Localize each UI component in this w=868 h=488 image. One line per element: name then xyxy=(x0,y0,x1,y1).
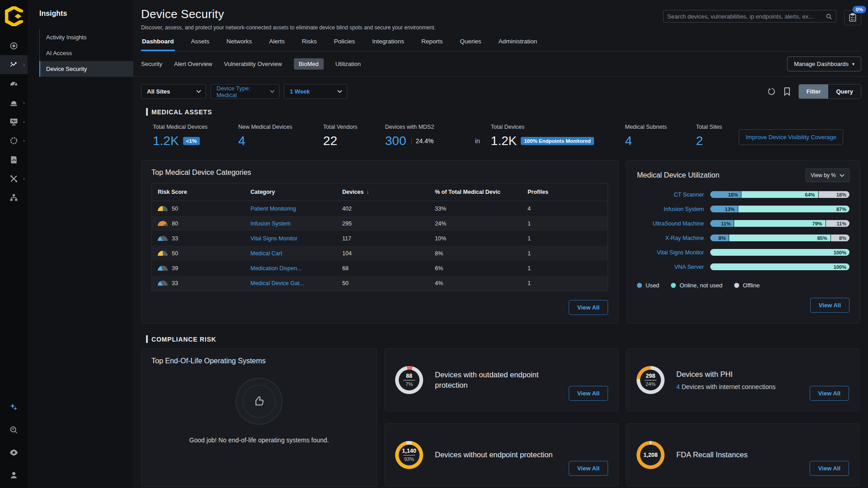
category-link[interactable]: Infusion System xyxy=(250,221,291,227)
outdated-endpoint-view-all-button[interactable]: View All xyxy=(569,386,608,401)
rail-visibility-icon[interactable] xyxy=(0,443,28,462)
subtab-vulnerability-overview[interactable]: Vulnerability Overview xyxy=(224,58,282,70)
profiles-cell: 1 xyxy=(522,265,608,272)
utilization-bar: 100% xyxy=(710,263,849,270)
tab-queries[interactable]: Queries xyxy=(459,38,482,51)
medical-assets-section-title: MEDICAL ASSETS xyxy=(146,108,861,116)
refresh-icon xyxy=(767,87,776,96)
bookmark-button[interactable] xyxy=(783,87,791,96)
rail-integrations-icon[interactable]: › xyxy=(0,131,28,150)
search-input[interactable] xyxy=(667,13,826,20)
rail-policies-icon[interactable]: › xyxy=(0,112,28,131)
bar-segment-online: 100% xyxy=(710,249,849,256)
risk-gauge-icon xyxy=(158,206,168,211)
device-type-link[interactable]: X-Ray Machine xyxy=(637,235,704,241)
search-icon xyxy=(826,13,832,20)
col-profiles[interactable]: Profiles xyxy=(522,189,608,195)
subtab-alert-overview[interactable]: Alert Overview xyxy=(174,58,212,70)
rail-insights-icon[interactable]: › xyxy=(0,55,28,74)
sidebar-item-device-security[interactable]: Device Security xyxy=(39,61,133,77)
phi-view-all-button[interactable]: View All xyxy=(810,386,849,401)
coverage-checklist-button[interactable]: 0% xyxy=(844,10,861,25)
bar-segment-offline: 8% xyxy=(831,235,849,241)
utilization-legend: UsedOnline, not usedOffline xyxy=(637,282,849,289)
utilization-bar: 11%79%11% xyxy=(710,220,849,227)
percent-cell: 4% xyxy=(429,280,522,286)
global-search[interactable] xyxy=(663,10,836,23)
rail-alerts-icon[interactable]: › xyxy=(0,93,28,112)
time-range-dropdown[interactable]: 1 Week xyxy=(284,84,347,99)
profiles-cell: 1 xyxy=(522,221,608,227)
filter-button[interactable]: Filter xyxy=(799,84,829,99)
category-link[interactable]: Medical Cart xyxy=(250,250,282,257)
bar-segment-offline: 18% xyxy=(819,191,849,198)
col-category[interactable]: Category xyxy=(245,189,336,195)
rail-network-icon[interactable] xyxy=(0,188,28,207)
categories-view-all-button[interactable]: View All xyxy=(569,300,608,315)
tab-policies[interactable]: Policies xyxy=(333,38,356,51)
tab-dashboard[interactable]: Dashboard xyxy=(141,38,175,51)
sites-filter-dropdown[interactable]: All Sites xyxy=(141,84,206,99)
tab-risks[interactable]: Risks xyxy=(301,38,318,51)
category-link[interactable]: Medical Device Gat... xyxy=(250,280,304,286)
improve-visibility-button[interactable]: Improve Device Visibility Coverage xyxy=(739,129,843,145)
col-risk-score[interactable]: Risk Score xyxy=(152,189,245,195)
rail-reports-icon[interactable] xyxy=(0,150,28,169)
rail-investigate-icon[interactable] xyxy=(0,420,28,439)
chevron-right-icon: › xyxy=(23,100,25,105)
utilization-bar: 100% xyxy=(710,249,849,256)
device-type-link[interactable]: UltraSound Machine xyxy=(637,221,704,227)
device-type-filter-dropdown[interactable]: Device Type: Medical xyxy=(211,84,279,99)
col-devices[interactable]: Devices↓ xyxy=(336,189,429,195)
table-row: 50Medical Cart1048%1 xyxy=(152,246,608,261)
eol-message: Good job! No end-of-life operating syste… xyxy=(151,436,367,444)
rail-ai-icon[interactable] xyxy=(0,398,28,417)
tab-alerts[interactable]: Alerts xyxy=(268,38,286,51)
category-link[interactable]: Medication Dispen... xyxy=(250,265,302,272)
col-percent-total[interactable]: % of Total Medical Devic xyxy=(429,189,522,195)
medical-assets-stats: Total Medical Devices 1.2K<1% New Medica… xyxy=(133,121,868,157)
bar-segment-online: 87% xyxy=(738,206,849,212)
tab-integrations[interactable]: Integrations xyxy=(371,38,405,51)
without-endpoint-view-all-button[interactable]: View All xyxy=(569,461,608,476)
caret-down-icon: ▾ xyxy=(852,61,854,66)
subtab-security[interactable]: Security xyxy=(141,58,162,70)
tab-administration[interactable]: Administration xyxy=(497,38,538,51)
query-button[interactable]: Query xyxy=(828,84,861,99)
subtab-biomed[interactable]: BioMed xyxy=(294,58,324,70)
device-type-link[interactable]: CT Scanner xyxy=(637,192,704,198)
bookmark-icon xyxy=(783,87,791,96)
category-link[interactable]: Patient Monitoring xyxy=(250,206,296,212)
percent-cell: 24% xyxy=(429,221,522,227)
utilization-card-title: Medical Device Utilization xyxy=(637,171,719,179)
utilization-view-all-button[interactable]: View All xyxy=(810,298,849,313)
rail-discover-icon[interactable] xyxy=(0,36,28,55)
rail-tools-icon[interactable]: › xyxy=(0,169,28,188)
category-link[interactable]: Vital Signs Monitor xyxy=(250,235,297,242)
risk-gauge-icon xyxy=(158,281,168,286)
internet-connections-link[interactable]: 4 xyxy=(676,383,680,390)
rail-risk-gauge-icon[interactable] xyxy=(0,74,28,93)
rail-user-icon[interactable] xyxy=(0,465,28,484)
subtab-utilization[interactable]: Utilization xyxy=(335,58,361,70)
utilization-row: X-Ray Machine8%85%8% xyxy=(637,235,849,241)
tab-reports[interactable]: Reports xyxy=(420,38,443,51)
device-type-link[interactable]: VNA Server xyxy=(637,264,704,270)
device-type-link[interactable]: Infusion System xyxy=(637,206,704,212)
armis-logo[interactable] xyxy=(5,6,23,26)
refresh-button[interactable] xyxy=(767,87,776,96)
device-type-link[interactable]: Vital Signs Monitor xyxy=(637,249,704,256)
legend-dot xyxy=(734,283,739,288)
sidebar-item-ai-access[interactable]: AI Access xyxy=(40,45,133,61)
sidebar-item-activity-insights[interactable]: Activity Insights xyxy=(40,29,133,45)
fda-view-all-button[interactable]: View All xyxy=(810,461,849,476)
tab-networks[interactable]: Networks xyxy=(226,38,253,51)
thumbs-up-icon xyxy=(236,378,283,425)
manage-dashboards-button[interactable]: Manage Dashboards ▾ xyxy=(787,56,861,71)
eol-card-title: Top End-Of-Life Operating Systems xyxy=(151,357,367,365)
tab-assets[interactable]: Assets xyxy=(190,38,211,51)
risk-gauge-icon xyxy=(158,221,168,226)
view-by-dropdown[interactable]: View by % xyxy=(806,169,849,182)
devices-cell: 50 xyxy=(336,280,429,286)
stat-total-sites: Total Sites 2 xyxy=(696,124,739,148)
